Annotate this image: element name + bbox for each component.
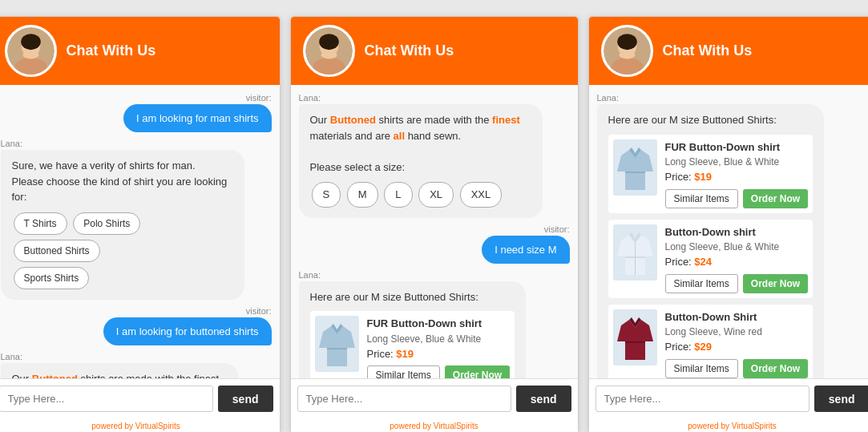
tag-sports[interactable]: Sports Shirts [14, 267, 90, 289]
lana-section-2b: Lana: Here are our M size Buttoned Shirt… [299, 270, 570, 379]
svg-rect-12 [327, 348, 347, 349]
lana-bubble-2a: Our Buttoned shirts are made with the fi… [299, 104, 543, 218]
similar-button-2a[interactable]: Similar Items [367, 365, 440, 378]
product-actions-3c: Similar Items Order Now [665, 359, 809, 378]
powered-by-2: powered by VirtualSpirits [291, 418, 578, 432]
svg-point-8 [319, 34, 339, 50]
chat-header-3: Chat With Us [589, 17, 869, 85]
order-button-3c[interactable]: Order Now [743, 359, 808, 378]
lana-section-3: Lana: Here are our M size Buttoned Shirt… [597, 93, 868, 378]
price-value-3c: $29 [694, 341, 712, 353]
highlight-buttoned-2: Buttoned [330, 114, 376, 126]
tag-polo[interactable]: Polo Shirts [73, 212, 140, 235]
tag-buttoned[interactable]: Buttoned Shirts [14, 240, 100, 262]
avatar-2 [303, 25, 355, 77]
product-card-3c: Button-Down Shirt Long Sleeve, Wine red … [608, 305, 813, 379]
chat-body-3: Lana: Here are our M size Buttoned Shirt… [589, 85, 869, 378]
visitor-section-2a: visitor: I need size M [299, 224, 570, 264]
size-xxl[interactable]: XXL [460, 182, 503, 208]
chat-input-2[interactable] [297, 386, 511, 412]
svg-rect-20 [625, 172, 645, 173]
lana-label-2b: Lana: [299, 270, 570, 280]
svg-rect-27 [625, 341, 645, 343]
header-title-1: Chat With Us [67, 42, 156, 59]
price-value-3a: $19 [694, 171, 712, 183]
similar-button-3b[interactable]: Similar Items [665, 274, 738, 293]
sizes-row: S M L XL XXL [310, 180, 531, 210]
shirt-tags-row: T Shirts Polo Shirts Buttoned Shirts Spo… [12, 210, 233, 292]
chat-body-2: Lana: Our Buttoned shirts are made with … [291, 85, 578, 378]
lana-bubble-1: Sure, we have a verity of shirts for man… [1, 150, 244, 300]
send-button-2[interactable]: send [516, 386, 571, 412]
powered-text-3: powered by [688, 422, 731, 430]
similar-button-3a[interactable]: Similar Items [665, 189, 738, 208]
send-button-3[interactable]: send [814, 386, 868, 412]
powered-brand-1: VirtualSpirits [135, 422, 180, 430]
product-price-3b: Price: $24 [665, 254, 809, 270]
lana-bubble-3: Here are our M size Buttoned Shirts: FUR… [597, 104, 825, 378]
product-price-2a: Price: $19 [367, 346, 511, 362]
chat-input-3[interactable] [595, 386, 809, 412]
product-intro-3: Here are our M size Buttoned Shirts: [608, 112, 813, 128]
chat-window-1: Chat With Us visitor: I am looking for m… [0, 16, 281, 432]
lana-text-1a: Sure, we have a verity of shirts for man… [12, 158, 233, 174]
visitor-label-2: visitor: [1, 306, 272, 316]
header-title-2: Chat With Us [365, 42, 454, 59]
product-img-3a [613, 139, 657, 196]
product-actions-3a: Similar Items Order Now [665, 189, 809, 208]
powered-text-1: powered by [91, 422, 135, 430]
powered-text-2: powered by [390, 422, 433, 430]
highlight-all: all [394, 130, 405, 142]
lana-section-2: Lana: Our Buttoned shirts are made with … [1, 352, 272, 379]
powered-by-3: powered by VirtualSpirits [589, 418, 869, 432]
order-button-3b[interactable]: Order Now [743, 274, 808, 293]
similar-button-3c[interactable]: Similar Items [665, 359, 738, 378]
chat-wrapper: Chat With Us visitor: I am looking for m… [0, 16, 868, 432]
product-actions-3b: Similar Items Order Now [665, 274, 809, 293]
visitor-bubble-1: I am looking for man shirts [123, 104, 271, 132]
chat-header-2: Chat With Us [291, 17, 578, 85]
header-title-3: Chat With Us [663, 42, 753, 59]
size-l[interactable]: L [384, 182, 412, 208]
avatar-3 [601, 25, 653, 77]
tag-tshirts[interactable]: T Shirts [14, 212, 67, 235]
product-card-2a: FUR Button-Down shirt Long Sleeve, Blue … [310, 311, 515, 378]
product-intro-2: Here are our M size Buttoned Shirts: [310, 289, 515, 305]
product-price-3a: Price: $19 [665, 169, 809, 185]
product-desc-3a: Long Sleeve, Blue & White [665, 155, 809, 169]
visitor-section-2: visitor: I am looking for buttoned shirt… [1, 306, 272, 345]
powered-by-1: powered by VirtualSpirits [0, 418, 280, 432]
product-info-2a: FUR Button-Down shirt Long Sleeve, Blue … [367, 316, 511, 378]
product-img-3c [613, 309, 657, 365]
highlight-buttoned: Buttoned [32, 373, 78, 379]
product-actions-2a: Similar Items Order Now [367, 365, 511, 378]
price-value-3b: $24 [694, 256, 712, 268]
size-m[interactable]: M [347, 182, 378, 208]
chat-body-1: visitor: I am looking for man shirts Lan… [0, 85, 280, 378]
order-button-3a[interactable]: Order Now [743, 189, 808, 208]
size-s[interactable]: S [312, 182, 341, 208]
powered-brand-3: VirtualSpirits [732, 422, 777, 430]
svg-point-17 [619, 51, 635, 59]
highlight-finest: finest [492, 114, 520, 126]
visitor-label-1: visitor: [1, 93, 272, 103]
product-info-3b: Button-Down shirt Long Sleeve, Blue & Wh… [665, 224, 809, 293]
lana-section-1: Lana: Sure, we have a verity of shirts f… [1, 139, 272, 300]
size-xl[interactable]: XL [418, 182, 454, 208]
chat-window-2: Chat With Us Lana: Our Buttoned shirts a… [290, 16, 579, 432]
chat-footer-2: send [291, 378, 578, 418]
product-name-2a: FUR Button-Down shirt [367, 316, 511, 332]
order-button-2a[interactable]: Order Now [445, 365, 510, 378]
product-name-3b: Button-Down shirt [665, 224, 809, 240]
chat-footer-1: send [0, 378, 280, 418]
avatar-1 [5, 25, 57, 77]
send-button-1[interactable]: send [218, 386, 273, 412]
lana-text-1b: Please choose the kind of shirt you are … [12, 174, 233, 205]
lana-section-2a: Lana: Our Buttoned shirts are made with … [299, 93, 570, 218]
lana-bubble-2b: Here are our M size Buttoned Shirts: FUR… [299, 281, 527, 379]
svg-point-16 [617, 34, 637, 50]
product-card-3a: FUR Button-Down shirt Long Sleeve, Blue … [608, 135, 813, 213]
chat-input-1[interactable] [0, 386, 213, 412]
product-desc-2a: Long Sleeve, Blue & White [367, 332, 511, 346]
product-desc-3b: Long Sleeve, Blue & White [665, 240, 809, 254]
